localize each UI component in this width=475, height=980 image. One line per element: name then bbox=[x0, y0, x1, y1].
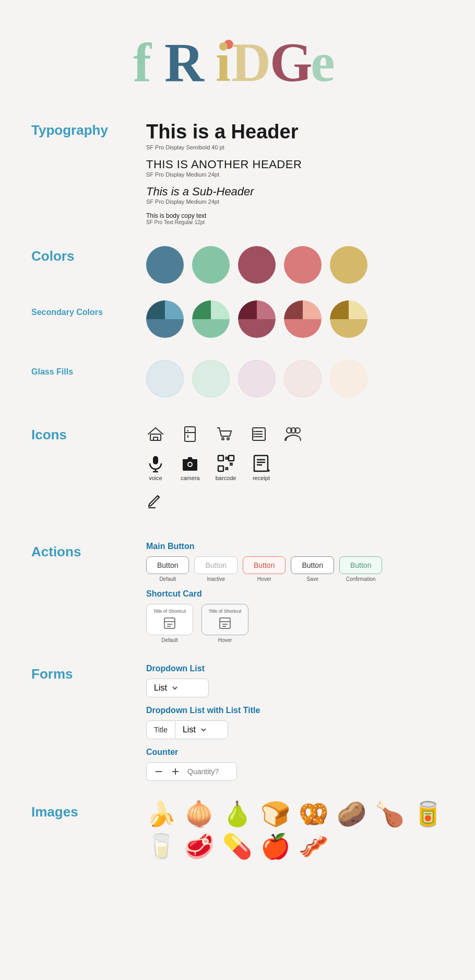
secondary-colors-content bbox=[146, 300, 444, 344]
home-icon-item bbox=[146, 425, 165, 444]
image-bread: 🍞 bbox=[260, 802, 290, 826]
header-3-sub: SF Pro Display Medium 24pt bbox=[146, 199, 444, 205]
camera-icon bbox=[181, 454, 199, 473]
svg-point-19 bbox=[227, 438, 229, 440]
shortcut-default-col: Title of Shortcut Default bbox=[146, 604, 193, 643]
header-1-text: This is a Header bbox=[146, 120, 444, 144]
dropdown-with-title-value: List bbox=[183, 725, 196, 734]
receipt-icon bbox=[252, 454, 270, 473]
image-milk: 🥛 bbox=[146, 834, 176, 858]
barcode-label: barcode bbox=[216, 475, 236, 481]
dropdown-chevron-icon bbox=[171, 684, 179, 692]
forms-label: Forms bbox=[31, 664, 146, 682]
colors-content bbox=[146, 246, 444, 290]
btn-confirmation-state: Confirmation bbox=[346, 576, 376, 582]
color-swatch-5 bbox=[330, 246, 367, 284]
image-apple: 🍎 bbox=[260, 834, 290, 858]
glass-swatch-3 bbox=[238, 360, 276, 398]
icons-row-2: voice camera bbox=[146, 454, 444, 481]
colors-section: Colors bbox=[31, 246, 444, 290]
icons-row-1 bbox=[146, 425, 444, 444]
secondary-swatch-5 bbox=[330, 300, 367, 338]
body-sub: SF Pro Text Regular 12pt bbox=[146, 219, 444, 225]
btn-default-col: Button Default bbox=[146, 556, 189, 582]
btn-save-col: Button Save bbox=[291, 556, 334, 582]
counter-label: Counter bbox=[146, 748, 444, 757]
svg-rect-36 bbox=[229, 456, 234, 461]
person-icon bbox=[284, 425, 303, 444]
secondary-colors-section: Secondary Colors bbox=[31, 300, 444, 344]
dropdown-list-value: List bbox=[154, 683, 167, 693]
counter-input[interactable] bbox=[187, 767, 229, 776]
button-inactive[interactable]: Button bbox=[194, 556, 237, 574]
btn-default-state: Default bbox=[159, 576, 176, 582]
body-text: This is body copy text bbox=[146, 212, 444, 219]
typography-label: Typography bbox=[31, 120, 146, 138]
glass-fills-label: Glass Fills bbox=[31, 360, 146, 377]
dropdown-list[interactable]: List bbox=[146, 679, 209, 697]
barcode-icon bbox=[217, 454, 235, 473]
forms-content: Dropdown List List Dropdown List with Li… bbox=[146, 664, 444, 781]
shortcut-hover-title: Title of Shortcut bbox=[209, 609, 242, 614]
dropdown-with-title[interactable]: Title List bbox=[146, 720, 228, 739]
shortcut-hover-state: Hover bbox=[218, 637, 232, 643]
home-icon bbox=[146, 425, 165, 444]
barcode-icon-item: barcode bbox=[216, 454, 236, 481]
glass-swatch-2 bbox=[192, 360, 230, 398]
button-default[interactable]: Button bbox=[146, 556, 189, 574]
btn-hover-state: Hover bbox=[257, 576, 271, 582]
images-section: Images 🍌 🧅 🍐 🍞 🥨 🥔 🍗 🥫 🥛 🥩 💊 🍎 🥓 bbox=[31, 802, 444, 858]
images-content: 🍌 🧅 🍐 🍞 🥨 🥔 🍗 🥫 🥛 🥩 💊 🍎 🥓 bbox=[146, 802, 444, 858]
button-hover[interactable]: Button bbox=[243, 556, 286, 574]
svg-text:f: f bbox=[133, 32, 152, 93]
svg-text:e: e bbox=[311, 32, 335, 93]
svg-text:R: R bbox=[164, 32, 205, 93]
btn-save-state: Save bbox=[306, 576, 318, 582]
svg-text:i: i bbox=[216, 32, 231, 93]
color-swatch-2 bbox=[192, 246, 230, 284]
dropdown-with-title-label: Dropdown List with List Title bbox=[146, 706, 444, 715]
svg-rect-30 bbox=[153, 456, 158, 464]
btn-confirmation-col: Button Confirmation bbox=[339, 556, 382, 582]
svg-rect-52 bbox=[220, 618, 230, 628]
counter-plus-icon[interactable] bbox=[171, 767, 180, 776]
camera-label: camera bbox=[181, 475, 200, 481]
voice-icon-item: voice bbox=[146, 454, 165, 481]
image-pear: 🍐 bbox=[222, 802, 252, 826]
header-2-sub: SF Pro Display Medium 24pt bbox=[146, 171, 444, 178]
image-onion: 🧅 bbox=[184, 802, 214, 826]
image-pill: 💊 bbox=[222, 834, 252, 858]
svg-rect-44 bbox=[254, 456, 268, 471]
shortcut-card-hover[interactable]: Title of Shortcut bbox=[201, 604, 248, 635]
header-1-sub: SF Pro Display Semibold 40 pt bbox=[146, 144, 444, 150]
actions-section: Actions Main Button Button Default Butto… bbox=[31, 542, 444, 643]
svg-text:D: D bbox=[231, 32, 271, 93]
color-swatch-3 bbox=[238, 246, 276, 284]
fridge-icon bbox=[181, 425, 199, 444]
shortcut-hover-icon bbox=[218, 616, 232, 631]
counter-minus-icon[interactable] bbox=[154, 767, 163, 776]
secondary-swatch-1 bbox=[146, 300, 184, 338]
svg-rect-13 bbox=[153, 437, 158, 440]
dropdown-list-part: List bbox=[175, 721, 228, 739]
glass-swatch-4 bbox=[284, 360, 322, 398]
button-save[interactable]: Button bbox=[291, 556, 334, 574]
fridge-icon-item bbox=[181, 425, 199, 444]
cart-icon bbox=[215, 425, 234, 444]
icons-content: voice camera bbox=[146, 425, 444, 521]
edit-icon bbox=[146, 492, 165, 510]
svg-point-18 bbox=[222, 438, 224, 440]
shortcut-card-default[interactable]: Title of Shortcut bbox=[146, 604, 193, 635]
list-icon-item bbox=[250, 425, 268, 444]
camera-icon-item: camera bbox=[181, 454, 200, 481]
receipt-label: receipt bbox=[253, 475, 270, 481]
image-banana: 🍌 bbox=[146, 802, 176, 826]
svg-point-34 bbox=[188, 463, 192, 466]
app-logo: f R i D G e bbox=[128, 31, 347, 94]
actions-content: Main Button Button Default Button Inacti… bbox=[146, 542, 444, 643]
receipt-icon-item: receipt bbox=[252, 454, 270, 481]
svg-rect-35 bbox=[218, 456, 223, 461]
edit-icon-item bbox=[146, 492, 165, 510]
button-confirmation[interactable]: Button bbox=[339, 556, 382, 574]
btn-hover-col: Button Hover bbox=[243, 556, 286, 582]
